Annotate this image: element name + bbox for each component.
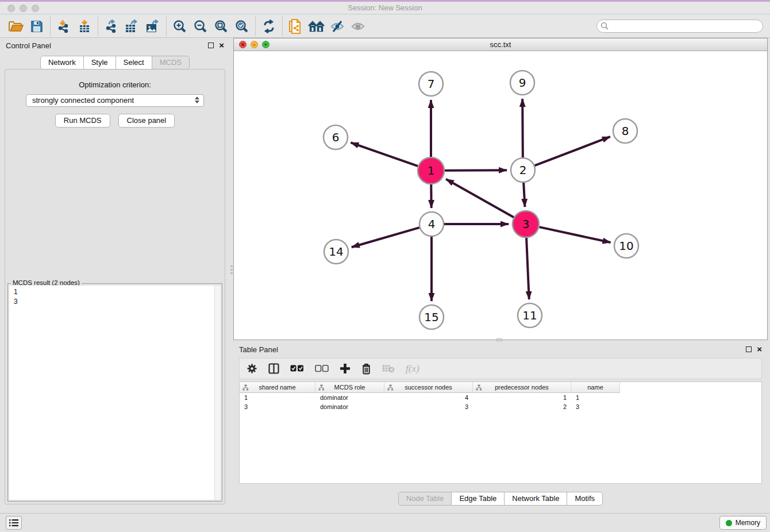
node-11[interactable]: 11 — [518, 303, 542, 327]
edge-3-1[interactable] — [446, 179, 514, 217]
create-column-button[interactable] — [340, 362, 351, 376]
column-header-predecessor-nodes[interactable]: predecessor nodes — [473, 382, 571, 393]
vertical-splitter-handle[interactable] — [230, 265, 233, 276]
node-table[interactable]: shared nameMCDS rolesuccessor nodesprede… — [239, 381, 762, 484]
deselect-all-rows-button[interactable] — [315, 362, 329, 376]
network-minimize-button[interactable]: − — [251, 41, 258, 48]
table-row[interactable]: 3dominator323 — [240, 402, 761, 411]
table-cell[interactable]: 3 — [240, 402, 315, 411]
zoom-in-button[interactable] — [170, 17, 190, 36]
edge-1-6[interactable] — [351, 142, 418, 166]
search-input[interactable] — [596, 20, 763, 33]
tab-network-table[interactable]: Network Table — [504, 492, 567, 506]
show-hide-columns-button[interactable] — [268, 362, 279, 376]
node-8[interactable]: 8 — [613, 119, 637, 143]
control-panel: Control Panel × NetworkStyleSelectMCDS O… — [0, 38, 230, 505]
column-header-name[interactable]: name — [571, 382, 620, 393]
zoom-selected-button[interactable] — [232, 17, 252, 36]
table-cell[interactable]: 2 — [473, 402, 571, 411]
node-15[interactable]: 15 — [419, 305, 444, 329]
node-6[interactable]: 6 — [324, 125, 348, 149]
close-window-button[interactable] — [7, 5, 15, 12]
table-cell[interactable]: 4 — [384, 393, 473, 402]
table-cell[interactable]: 3 — [571, 402, 620, 411]
save-session-button[interactable] — [26, 17, 47, 36]
zoom-out-icon — [194, 20, 207, 33]
zoom-out-button[interactable] — [190, 17, 211, 36]
export-image-button[interactable] — [143, 17, 163, 36]
tab-motifs[interactable]: Motifs — [567, 492, 603, 506]
select-all-rows-button[interactable] — [290, 362, 304, 376]
column-header-MCDS-role[interactable]: MCDS role — [315, 382, 384, 393]
edge-1-2[interactable] — [445, 170, 507, 171]
task-history-button[interactable] — [6, 516, 22, 530]
node-3[interactable]: 3 — [513, 211, 539, 237]
float-panel-icon[interactable] — [208, 43, 214, 48]
network-window-titlebar[interactable]: ✕ − + scc.txt — [234, 38, 767, 51]
node-7[interactable]: 7 — [419, 72, 443, 96]
toolbar-separator — [166, 17, 167, 36]
show-all-button[interactable] — [348, 17, 368, 36]
table-cell[interactable]: 1 — [240, 393, 315, 402]
minimize-window-button[interactable] — [20, 5, 27, 12]
apply-layout-button[interactable] — [259, 17, 279, 36]
close-table-panel-icon[interactable]: × — [757, 346, 762, 352]
hide-selected-button[interactable] — [327, 17, 348, 36]
zoom-fit-button[interactable] — [211, 17, 232, 36]
node-2[interactable]: 2 — [511, 158, 535, 182]
table-cell[interactable]: 1 — [571, 393, 620, 402]
import-network-button[interactable] — [53, 17, 74, 36]
traffic-lights[interactable] — [7, 5, 39, 12]
memory-button[interactable]: Memory — [719, 516, 767, 530]
run-mcds-button[interactable]: Run MCDS — [55, 114, 110, 128]
column-header-shared-name[interactable]: shared name — [240, 382, 315, 393]
edge-2-9[interactable] — [522, 99, 523, 157]
column-header-successor-nodes[interactable]: successor nodes — [384, 382, 473, 393]
network-close-button[interactable]: ✕ — [239, 41, 247, 48]
table-row[interactable]: 1dominator411 — [240, 393, 761, 402]
table-cell[interactable]: 1 — [473, 393, 571, 402]
open-session-button[interactable] — [6, 17, 26, 36]
edge-4-14[interactable] — [352, 228, 419, 247]
tab-network[interactable]: Network — [40, 56, 84, 70]
close-panel-button[interactable]: Close panel — [118, 114, 175, 128]
edge-3-10[interactable] — [539, 227, 610, 242]
maximize-window-button[interactable] — [32, 5, 39, 12]
table-cell[interactable]: 3 — [384, 402, 473, 411]
network-maximize-button[interactable]: + — [262, 41, 270, 48]
toolbar-separator — [98, 17, 98, 36]
table-mode-gear-button[interactable] — [247, 362, 257, 376]
node-1[interactable]: 1 — [418, 157, 444, 184]
import-table-button[interactable] — [74, 17, 95, 36]
tab-node-table[interactable]: Node Table — [398, 492, 452, 506]
network-canvas[interactable]: 1234678910111415 — [234, 51, 767, 340]
svg-text:14: 14 — [329, 245, 343, 259]
edge-3-11[interactable] — [526, 238, 529, 299]
optimization-criterion-select[interactable]: strongly connected component — [26, 94, 204, 107]
node-4[interactable]: 4 — [419, 212, 444, 236]
tab-select[interactable]: Select — [116, 56, 152, 70]
first-neighbors-button[interactable] — [306, 17, 327, 36]
table-cell[interactable]: dominator — [315, 402, 384, 411]
float-table-panel-icon[interactable] — [746, 346, 752, 352]
mcds-result-area[interactable]: 1 3 — [9, 286, 221, 500]
gear-icon — [247, 363, 257, 374]
node-9[interactable]: 9 — [510, 71, 534, 95]
horizontal-splitter-handle[interactable] — [496, 338, 502, 341]
table-cell[interactable]: dominator — [315, 393, 384, 402]
edge-2-3[interactable] — [523, 183, 525, 207]
edge-2-8[interactable] — [535, 137, 610, 165]
delete-columns-button[interactable] — [361, 362, 371, 376]
new-network-from-selection-button[interactable] — [286, 17, 306, 36]
list-icon — [9, 519, 18, 527]
mcds-result-scrollbar[interactable] — [214, 286, 221, 500]
node-14[interactable]: 14 — [324, 240, 348, 264]
tab-edge-table[interactable]: Edge Table — [451, 492, 505, 506]
close-panel-icon[interactable]: × — [219, 43, 224, 48]
export-table-button[interactable] — [122, 17, 143, 36]
export-network-button[interactable] — [101, 17, 122, 36]
tab-style[interactable]: Style — [83, 56, 116, 70]
node-10[interactable]: 10 — [614, 234, 638, 258]
main-toolbar — [0, 15, 770, 38]
tab-mcds[interactable]: MCDS — [152, 56, 190, 70]
